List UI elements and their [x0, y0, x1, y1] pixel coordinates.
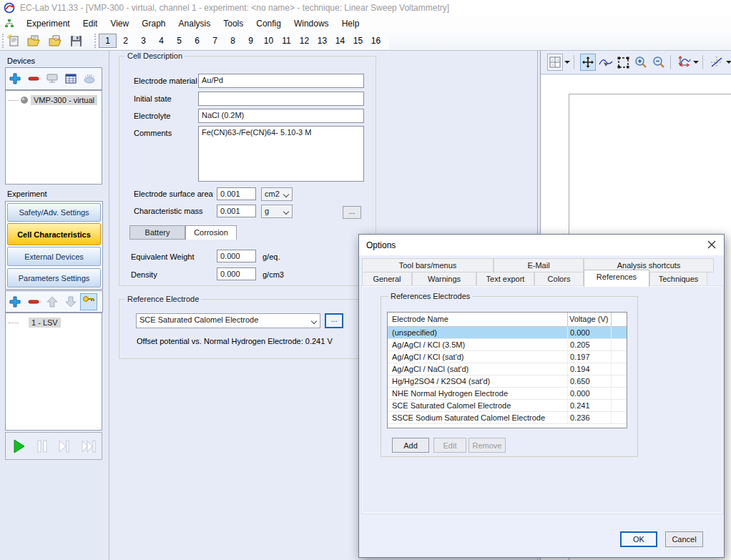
density-input[interactable]: 0.000: [217, 267, 256, 280]
channel-5[interactable]: 5: [170, 34, 188, 48]
open-graph-icon[interactable]: [49, 34, 63, 47]
menu-view[interactable]: View: [104, 16, 135, 31]
electrolyte-input[interactable]: NaCl (0.2M): [198, 109, 364, 123]
new-experiment-icon[interactable]: [7, 34, 20, 47]
slope-icon[interactable]: [710, 56, 723, 69]
menu-graph[interactable]: Graph: [135, 16, 172, 31]
table-row[interactable]: Ag/AgCl / KCl (3.5M)0.205: [388, 339, 627, 351]
eq-weight-input[interactable]: 0.000: [217, 250, 256, 262]
channel-16[interactable]: 16: [367, 34, 385, 48]
menu-edit[interactable]: Edit: [77, 16, 104, 31]
channel-2[interactable]: 2: [117, 34, 134, 48]
surface-area-input[interactable]: 0.001: [217, 187, 256, 200]
channel-7[interactable]: 7: [206, 34, 224, 48]
tab-toolbars[interactable]: Tool bars/menus: [362, 258, 494, 272]
zoom-out-icon[interactable]: [652, 56, 665, 69]
toolbar-grip: [94, 34, 97, 48]
mass-more-button[interactable]: ...: [343, 206, 361, 219]
ok-button[interactable]: OK: [620, 531, 657, 547]
technique-name[interactable]: 1 - LSV: [29, 318, 61, 328]
channel-12[interactable]: 12: [295, 34, 313, 48]
mass-unit-select[interactable]: g: [261, 205, 293, 218]
layout-dropdown-icon[interactable]: [564, 61, 570, 64]
parameters-settings-button[interactable]: Parameters Settings: [7, 268, 101, 288]
channel-10[interactable]: 10: [260, 34, 278, 48]
tab-email[interactable]: E-Mail: [494, 258, 584, 272]
tab-text-export[interactable]: Text export: [476, 272, 534, 286]
channel-14[interactable]: 14: [331, 34, 349, 48]
zoom-in-icon[interactable]: [634, 56, 647, 69]
close-icon[interactable]: [707, 240, 717, 250]
electrode-material-input[interactable]: Au/Pd: [198, 74, 364, 88]
cell-characteristics-button[interactable]: Cell Characteristics: [7, 223, 101, 245]
add-device-icon[interactable]: [9, 73, 21, 84]
col-electrode-name[interactable]: Electrode Name: [388, 313, 568, 326]
open-experiment-icon[interactable]: [27, 34, 41, 47]
channel-1[interactable]: 1: [99, 34, 117, 48]
channel-6[interactable]: 6: [188, 34, 206, 48]
reference-electrode-select[interactable]: SCE Saturated Calomel Electrode: [136, 313, 320, 328]
safety-settings-button[interactable]: Safety/Adv. Settings: [7, 203, 101, 222]
zoom-box-icon[interactable]: [617, 57, 629, 69]
table-row[interactable]: SCE Saturated Calomel Electrode0.241: [388, 400, 627, 412]
tab-techniques[interactable]: Techniques: [649, 272, 707, 286]
table-row[interactable]: Hg/Hg2SO4 / K2SO4 (sat'd)0.650: [388, 375, 627, 388]
comments-input[interactable]: Fe(CN)63-/Fe(CN)64- 5.10-3 M: [198, 126, 364, 182]
edit-button[interactable]: Edit: [433, 438, 466, 453]
channel-4[interactable]: 4: [152, 34, 170, 48]
menu-tools[interactable]: Tools: [217, 16, 250, 31]
channel-9[interactable]: 9: [242, 34, 260, 48]
remove-device-icon[interactable]: [28, 73, 39, 84]
channel-11[interactable]: 11: [278, 34, 295, 48]
channel-8[interactable]: 8: [224, 34, 242, 48]
menu-windows[interactable]: Windows: [288, 16, 335, 31]
channel-15[interactable]: 15: [349, 34, 367, 48]
remove-technique-icon[interactable]: [28, 296, 39, 308]
table-row[interactable]: NHE Normal Hydrogen Electrode0.000: [388, 388, 627, 400]
channel-13[interactable]: 13: [313, 34, 331, 48]
tab-corrosion[interactable]: Corrosion: [185, 225, 237, 240]
channel-selector: 1 2 3 4 5 6 7 8 9 10 11 12 13 14 15 16: [99, 32, 389, 49]
graph-layout-icon[interactable]: [549, 57, 561, 68]
experiment-buttons: Safety/Adv. Settings Cell Characteristic…: [5, 201, 103, 290]
tab-references[interactable]: References: [584, 270, 649, 287]
pan-icon[interactable]: [582, 56, 594, 69]
device-tree-item[interactable]: VMP-300 - virtual: [9, 95, 97, 105]
electrode-material-label: Electrode material: [134, 77, 197, 85]
menu-config[interactable]: Config: [250, 16, 288, 31]
save-icon[interactable]: [70, 35, 82, 47]
menu-experiment[interactable]: Experiment: [20, 16, 77, 31]
table-row[interactable]: (unspecified)0.000: [388, 327, 627, 339]
trace-pointer-icon[interactable]: [599, 56, 613, 69]
mass-input[interactable]: 0.001: [217, 205, 256, 217]
table-row[interactable]: Ag/AgCl / NaCl (sat'd)0.194: [388, 363, 627, 375]
tab-general[interactable]: General: [362, 272, 412, 286]
tab-warnings[interactable]: Warnings: [412, 272, 476, 286]
external-devices-button[interactable]: External Devices: [7, 247, 101, 266]
channel-grid-icon[interactable]: [65, 73, 77, 84]
col-voltage[interactable]: Voltage (V): [568, 313, 612, 326]
cancel-button[interactable]: Cancel: [665, 531, 703, 547]
add-technique-icon[interactable]: [9, 296, 21, 308]
device-name[interactable]: VMP-300 - virtual: [31, 95, 97, 105]
menu-analysis[interactable]: Analysis: [172, 16, 217, 31]
menu-help[interactable]: Help: [335, 16, 366, 31]
axes-dropdown-icon[interactable]: [693, 61, 699, 64]
channel-3[interactable]: 3: [134, 34, 152, 48]
electrodes-table: Electrode Name Voltage (V) (unspecified)…: [387, 312, 627, 428]
remove-button[interactable]: Remove: [468, 438, 506, 453]
slope-dropdown-icon[interactable]: [726, 61, 731, 64]
technique-tree-item[interactable]: 1 - LSV: [9, 318, 61, 328]
add-button[interactable]: Add: [392, 438, 429, 453]
axes-scale-icon[interactable]: [677, 56, 691, 69]
key-icon[interactable]: [82, 294, 95, 304]
table-row[interactable]: Ag/AgCl / KCl (sat'd)0.197: [388, 351, 627, 363]
reference-more-button[interactable]: ...: [325, 313, 343, 328]
surface-area-unit-select[interactable]: cm2: [261, 187, 293, 201]
initial-state-input[interactable]: [198, 92, 364, 106]
table-row[interactable]: SSCE Sodium Saturated Calomel Electrode0…: [388, 412, 627, 424]
plot-frame-top: [569, 94, 731, 94]
tab-colors[interactable]: Colors: [534, 272, 584, 286]
tab-battery[interactable]: Battery: [129, 225, 185, 240]
play-icon[interactable]: [13, 439, 26, 453]
